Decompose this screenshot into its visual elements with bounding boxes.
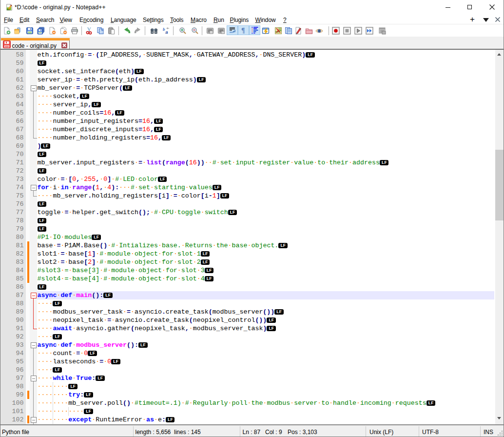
svg-text:¶: ¶ [241,27,245,34]
svg-text:a: a [165,29,168,35]
